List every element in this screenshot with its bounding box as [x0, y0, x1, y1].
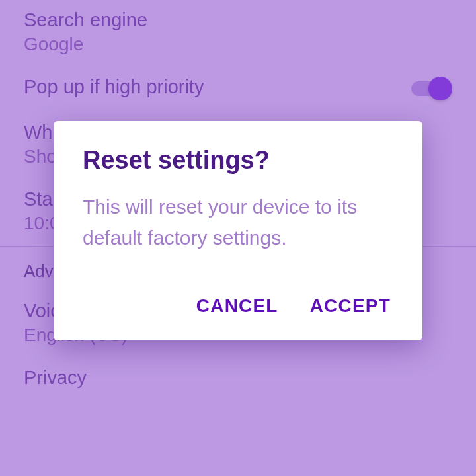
reset-settings-dialog: Reset settings? This will reset your dev… [54, 121, 422, 340]
cancel-button[interactable]: CANCEL [196, 290, 278, 322]
dialog-title: Reset settings? [83, 146, 393, 175]
accept-button[interactable]: ACCEPT [310, 290, 391, 322]
dialog-actions: CANCEL ACCEPT [83, 290, 393, 322]
dialog-body: This will reset your device to its defau… [83, 192, 393, 253]
